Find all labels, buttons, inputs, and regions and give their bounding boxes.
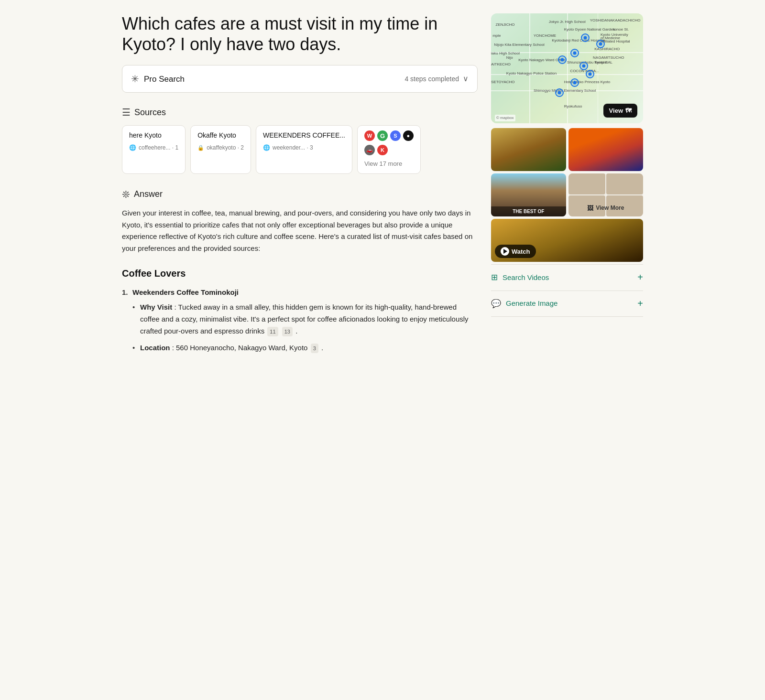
map-label-konoe: konoe St. bbox=[612, 27, 629, 32]
map-pin-2 bbox=[596, 40, 605, 48]
photo-temple-bg bbox=[568, 128, 644, 171]
bullet-period-2: . bbox=[321, 344, 323, 352]
generate-image-action[interactable]: 💬 Generate Image + bbox=[491, 291, 643, 317]
sources-grid: here Kyoto 🌐 coffeehere... · 1 Okaffe Ky… bbox=[122, 125, 478, 174]
map-container[interactable]: ZENJICHO Jokyo Jr. High School YOSHIDANA… bbox=[491, 13, 643, 123]
photo-more-cell-2 bbox=[606, 173, 643, 194]
photo-cell-street[interactable]: THE BEST OF bbox=[491, 173, 566, 216]
photo-pagoda-bg bbox=[491, 128, 566, 171]
favicon-red: W bbox=[364, 130, 375, 141]
ref-badge-13: 13 bbox=[282, 327, 293, 336]
source-name-okaffe: Okaffe Kyoto bbox=[197, 130, 244, 140]
map-pin-7 bbox=[570, 78, 579, 87]
source-favicons-row: W G S ● bbox=[364, 130, 414, 141]
source-url-here: 🌐 coffeehere... · 1 bbox=[129, 143, 178, 152]
bullet-text-location: : 560 Honeyanocho, Nakagyo Ward, Kyoto bbox=[172, 344, 308, 352]
source-url-okaffe: 🔒 okaffekyoto · 2 bbox=[197, 143, 244, 152]
generate-image-icon: 💬 bbox=[491, 298, 501, 310]
answer-header: ❊ Answer bbox=[122, 187, 478, 202]
sources-section: ☰ Sources here Kyoto 🌐 coffeehere... · 1… bbox=[122, 105, 478, 174]
pro-search-label: Pro Search bbox=[144, 73, 185, 86]
mapbox-credit: © mapbox bbox=[495, 115, 515, 121]
chevron-down-icon: ∨ bbox=[463, 73, 469, 85]
answer-text: Given your interest in coffee, tea, manu… bbox=[122, 207, 478, 255]
source-card-here-kyoto[interactable]: here Kyoto 🌐 coffeehere... · 1 bbox=[122, 125, 186, 174]
map-label-ryokufuso: Ryokufuso bbox=[564, 104, 582, 109]
map-label-affiliated: Affiliated Hospital bbox=[601, 39, 630, 44]
play-circle-icon bbox=[501, 247, 509, 256]
right-column: ZENJICHO Jokyo Jr. High School YOSHIDANA… bbox=[491, 13, 643, 362]
source-url-weekenders: 🌐 weekender... · 3 bbox=[263, 143, 345, 152]
map-label-policestation: Kyoto Nakagyo Police Station bbox=[506, 71, 557, 76]
view-more-overlay: 🖼 View More bbox=[587, 204, 624, 213]
photo-cell-pagoda[interactable] bbox=[491, 128, 566, 171]
photo-cell-temple[interactable] bbox=[568, 128, 644, 171]
source-icons-card[interactable]: W G S ● 🚗 K View 17 more bbox=[357, 125, 421, 174]
cafe-bullet-location: Location : 560 Honeyanocho, Nakagyo Ward… bbox=[140, 342, 478, 354]
favicon-black: ● bbox=[403, 130, 414, 141]
generate-image-plus-button[interactable]: + bbox=[637, 298, 643, 309]
map-label-yoshida: YOSHIDANAKAADACHICHO bbox=[590, 18, 641, 23]
map-label-aitkecho: AITKECHO bbox=[491, 62, 511, 67]
photo-cell-more[interactable]: 🖼 View More bbox=[568, 173, 644, 216]
map-view-label: View bbox=[609, 107, 623, 114]
source-name-here: here Kyoto bbox=[129, 130, 178, 140]
search-videos-plus-button[interactable]: + bbox=[637, 272, 643, 283]
search-videos-label: Search Videos bbox=[503, 272, 549, 283]
bullet-text-why: : Tucked away in a small alley, this hid… bbox=[140, 303, 469, 335]
cafe-bullet-why-visit: Why Visit : Tucked away in a small alley… bbox=[140, 302, 478, 337]
watch-label: Watch bbox=[512, 248, 530, 255]
photo-cell-watch[interactable]: Watch bbox=[491, 219, 643, 262]
map-icon: 🗺 bbox=[625, 107, 632, 114]
bullet-label-location: Location bbox=[140, 344, 170, 352]
map-road-v1 bbox=[529, 13, 530, 123]
map-label-highschool: iaku High School bbox=[491, 51, 520, 56]
coffee-lovers-title: Coffee Lovers bbox=[122, 266, 478, 280]
pro-search-bar[interactable]: ✳ Pro Search 4 steps completed ∨ bbox=[122, 65, 478, 93]
map-label-shimogyo: Shimogyo Miyabi Elementary School bbox=[534, 88, 596, 94]
photo-grid: THE BEST OF 🖼 View More bbox=[491, 128, 643, 262]
map-pin-6 bbox=[586, 70, 594, 78]
pro-search-right: 4 steps completed ∨ bbox=[404, 73, 469, 85]
favicon-google: G bbox=[377, 130, 388, 141]
page-wrapper: Which cafes are a must visit in my time … bbox=[112, 0, 653, 381]
sources-icon: ☰ bbox=[122, 105, 131, 119]
view-more-link[interactable]: View 17 more bbox=[364, 159, 414, 169]
source-card-okaffe[interactable]: Okaffe Kyoto 🔒 okaffekyoto · 2 bbox=[190, 125, 251, 174]
map-pin-8 bbox=[555, 88, 564, 97]
map-label-kyotobal: Kyoto BAL bbox=[594, 60, 612, 65]
watch-button[interactable]: Watch bbox=[495, 245, 536, 258]
map-pin-4 bbox=[558, 55, 567, 64]
play-triangle-icon bbox=[503, 249, 507, 254]
steps-text: 4 steps completed bbox=[404, 74, 459, 84]
generate-image-label: Generate Image bbox=[506, 298, 557, 309]
cafe-item-header-1: Weekenders Coffee Tominokoji bbox=[122, 287, 478, 298]
cafe-item-1: Weekenders Coffee Tominokoji Why Visit :… bbox=[122, 287, 478, 354]
source-favicons-row2: 🚗 K bbox=[364, 145, 414, 155]
search-videos-action[interactable]: ⊞ Search Videos + bbox=[491, 264, 643, 291]
lock-icon: 🔒 bbox=[197, 144, 204, 152]
map-view-button[interactable]: View 🗺 bbox=[603, 104, 637, 118]
bullet-period-1: . bbox=[295, 327, 297, 335]
generate-image-left: 💬 Generate Image bbox=[491, 298, 557, 310]
map-label-setoyacho: SETOYACHO bbox=[491, 79, 515, 85]
map-label-gyoen: Kyoto Gyoen National Garden bbox=[564, 27, 615, 32]
map-label-mple: mple bbox=[492, 33, 501, 39]
map-pin-1 bbox=[581, 33, 590, 42]
globe-icon: 🌐 bbox=[129, 143, 136, 152]
left-column: Which cafes are a must visit in my time … bbox=[122, 13, 478, 362]
coffee-lovers-section: Coffee Lovers Weekenders Coffee Tominoko… bbox=[122, 266, 478, 354]
source-name-weekenders: WEEKENDERS COFFEE... bbox=[263, 130, 345, 140]
ref-badge-11: 11 bbox=[267, 327, 278, 336]
photo-more-cell-1 bbox=[568, 173, 605, 194]
favicon-blue: S bbox=[390, 130, 401, 141]
answer-icon: ❊ bbox=[122, 187, 130, 202]
source-card-weekenders[interactable]: WEEKENDERS COFFEE... 🌐 weekender... · 3 bbox=[256, 125, 352, 174]
search-videos-left: ⊞ Search Videos bbox=[491, 271, 549, 284]
pro-search-left: ✳ Pro Search bbox=[131, 72, 185, 86]
best-of-label: THE BEST OF bbox=[491, 206, 566, 216]
cafe-list: Weekenders Coffee Tominokoji Why Visit :… bbox=[122, 287, 478, 354]
map-pin-5 bbox=[579, 62, 588, 70]
page-title: Which cafes are a must visit in my time … bbox=[122, 13, 478, 54]
map-label-zenjicho: ZENJICHO bbox=[496, 22, 515, 28]
